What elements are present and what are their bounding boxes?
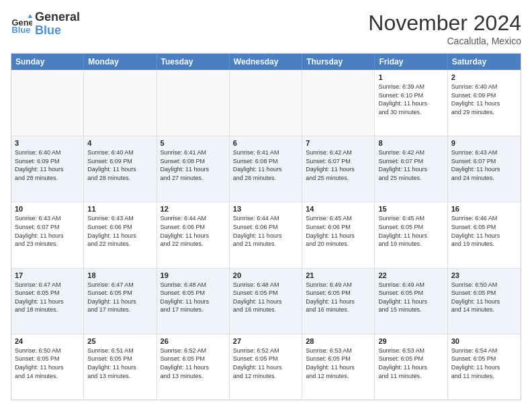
- day-info: Sunrise: 6:44 AM Sunset: 6:06 PM Dayligh…: [233, 214, 298, 248]
- day-cell-9: 9Sunrise: 6:43 AM Sunset: 6:07 PM Daylig…: [448, 136, 521, 201]
- day-number: 8: [378, 139, 443, 147]
- title-block: November 2024 Cacalutla, Mexico: [368, 11, 521, 46]
- day-number: 25: [87, 337, 152, 345]
- day-info: Sunrise: 6:40 AM Sunset: 6:09 PM Dayligh…: [87, 148, 152, 182]
- day-info: Sunrise: 6:49 AM Sunset: 6:05 PM Dayligh…: [306, 281, 371, 314]
- day-number: 13: [233, 205, 298, 213]
- day-number: 6: [233, 139, 298, 147]
- day-info: Sunrise: 6:43 AM Sunset: 6:07 PM Dayligh…: [15, 214, 80, 248]
- logo-blue: Blue: [35, 24, 80, 38]
- day-info: Sunrise: 6:54 AM Sunset: 6:05 PM Dayligh…: [451, 347, 517, 380]
- day-number: 15: [378, 205, 443, 213]
- day-number: 10: [15, 205, 80, 213]
- day-number: 7: [306, 139, 371, 147]
- header: General Blue General Blue November 2024 …: [11, 11, 521, 46]
- day-cell-10: 10Sunrise: 6:43 AM Sunset: 6:07 PM Dayli…: [11, 202, 84, 267]
- day-cell-17: 17Sunrise: 6:47 AM Sunset: 6:05 PM Dayli…: [11, 269, 84, 334]
- empty-cell-0-2: [157, 71, 230, 136]
- day-cell-21: 21Sunrise: 6:49 AM Sunset: 6:05 PM Dayli…: [302, 269, 375, 334]
- calendar: SundayMondayTuesdayWednesdayThursdayFrid…: [11, 53, 521, 400]
- header-day-saturday: Saturday: [448, 54, 521, 70]
- day-info: Sunrise: 6:53 AM Sunset: 6:05 PM Dayligh…: [378, 347, 443, 380]
- day-cell-28: 28Sunrise: 6:53 AM Sunset: 6:05 PM Dayli…: [302, 334, 375, 400]
- day-cell-22: 22Sunrise: 6:49 AM Sunset: 6:05 PM Dayli…: [375, 269, 447, 334]
- calendar-row-3: 17Sunrise: 6:47 AM Sunset: 6:05 PM Dayli…: [11, 268, 521, 334]
- svg-text:Blue: Blue: [12, 25, 31, 35]
- day-info: Sunrise: 6:43 AM Sunset: 6:06 PM Dayligh…: [87, 214, 152, 248]
- day-number: 17: [15, 271, 80, 279]
- header-day-monday: Monday: [84, 54, 157, 70]
- day-number: 4: [87, 139, 152, 147]
- empty-cell-0-0: [11, 71, 84, 136]
- day-info: Sunrise: 6:45 AM Sunset: 6:05 PM Dayligh…: [378, 214, 443, 248]
- day-info: Sunrise: 6:52 AM Sunset: 6:05 PM Dayligh…: [161, 347, 226, 380]
- day-info: Sunrise: 6:41 AM Sunset: 6:08 PM Dayligh…: [233, 148, 298, 182]
- day-info: Sunrise: 6:47 AM Sunset: 6:05 PM Dayligh…: [87, 281, 152, 314]
- logo-icon: General Blue: [11, 13, 32, 35]
- day-cell-4: 4Sunrise: 6:40 AM Sunset: 6:09 PM Daylig…: [84, 136, 157, 201]
- day-info: Sunrise: 6:39 AM Sunset: 6:10 PM Dayligh…: [378, 83, 443, 116]
- day-cell-18: 18Sunrise: 6:47 AM Sunset: 6:05 PM Dayli…: [84, 269, 157, 334]
- day-cell-14: 14Sunrise: 6:45 AM Sunset: 6:06 PM Dayli…: [302, 202, 375, 267]
- day-number: 30: [451, 337, 517, 345]
- header-day-wednesday: Wednesday: [230, 54, 302, 70]
- day-info: Sunrise: 6:41 AM Sunset: 6:08 PM Dayligh…: [161, 148, 226, 182]
- calendar-row-2: 10Sunrise: 6:43 AM Sunset: 6:07 PM Dayli…: [11, 201, 521, 267]
- day-cell-1: 1Sunrise: 6:39 AM Sunset: 6:10 PM Daylig…: [375, 71, 447, 136]
- day-number: 24: [15, 337, 80, 345]
- calendar-row-1: 3Sunrise: 6:40 AM Sunset: 6:09 PM Daylig…: [11, 136, 521, 201]
- day-info: Sunrise: 6:42 AM Sunset: 6:07 PM Dayligh…: [378, 148, 443, 182]
- day-info: Sunrise: 6:50 AM Sunset: 6:05 PM Dayligh…: [451, 281, 517, 314]
- day-number: 9: [451, 139, 517, 147]
- header-day-sunday: Sunday: [11, 54, 84, 70]
- day-cell-29: 29Sunrise: 6:53 AM Sunset: 6:05 PM Dayli…: [375, 334, 447, 400]
- header-day-tuesday: Tuesday: [157, 54, 230, 70]
- logo: General Blue General Blue: [11, 11, 80, 38]
- day-number: 26: [161, 337, 226, 345]
- day-cell-23: 23Sunrise: 6:50 AM Sunset: 6:05 PM Dayli…: [448, 269, 521, 334]
- day-number: 12: [161, 205, 226, 213]
- day-cell-27: 27Sunrise: 6:52 AM Sunset: 6:05 PM Dayli…: [230, 334, 302, 400]
- day-number: 20: [233, 271, 298, 279]
- day-info: Sunrise: 6:40 AM Sunset: 6:09 PM Dayligh…: [15, 148, 80, 182]
- calendar-row-4: 24Sunrise: 6:50 AM Sunset: 6:05 PM Dayli…: [11, 334, 521, 400]
- day-number: 18: [87, 271, 152, 279]
- calendar-row-0: 1Sunrise: 6:39 AM Sunset: 6:10 PM Daylig…: [11, 70, 521, 136]
- logo-text: General Blue: [35, 11, 80, 38]
- day-cell-12: 12Sunrise: 6:44 AM Sunset: 6:06 PM Dayli…: [157, 202, 230, 267]
- day-info: Sunrise: 6:40 AM Sunset: 6:09 PM Dayligh…: [451, 83, 517, 116]
- calendar-body: 1Sunrise: 6:39 AM Sunset: 6:10 PM Daylig…: [11, 70, 521, 400]
- day-info: Sunrise: 6:42 AM Sunset: 6:07 PM Dayligh…: [306, 148, 371, 182]
- day-cell-7: 7Sunrise: 6:42 AM Sunset: 6:07 PM Daylig…: [302, 136, 375, 201]
- day-number: 3: [15, 139, 80, 147]
- day-number: 22: [378, 271, 443, 279]
- day-number: 29: [378, 337, 443, 345]
- day-number: 28: [306, 337, 371, 345]
- day-info: Sunrise: 6:48 AM Sunset: 6:05 PM Dayligh…: [161, 281, 226, 314]
- day-number: 21: [306, 271, 371, 279]
- empty-cell-0-3: [230, 71, 302, 136]
- location: Cacalutla, Mexico: [368, 36, 521, 46]
- day-number: 2: [451, 73, 517, 81]
- svg-marker-3: [28, 14, 32, 17]
- day-cell-13: 13Sunrise: 6:44 AM Sunset: 6:06 PM Dayli…: [230, 202, 302, 267]
- day-info: Sunrise: 6:52 AM Sunset: 6:05 PM Dayligh…: [233, 347, 298, 380]
- day-number: 23: [451, 271, 517, 279]
- header-day-friday: Friday: [375, 54, 447, 70]
- day-info: Sunrise: 6:47 AM Sunset: 6:05 PM Dayligh…: [15, 281, 80, 314]
- day-info: Sunrise: 6:46 AM Sunset: 6:05 PM Dayligh…: [451, 214, 517, 248]
- day-cell-16: 16Sunrise: 6:46 AM Sunset: 6:05 PM Dayli…: [448, 202, 521, 267]
- day-info: Sunrise: 6:51 AM Sunset: 6:05 PM Dayligh…: [87, 347, 152, 380]
- day-cell-24: 24Sunrise: 6:50 AM Sunset: 6:05 PM Dayli…: [11, 334, 84, 400]
- day-cell-5: 5Sunrise: 6:41 AM Sunset: 6:08 PM Daylig…: [157, 136, 230, 201]
- day-info: Sunrise: 6:53 AM Sunset: 6:05 PM Dayligh…: [306, 347, 371, 380]
- day-cell-3: 3Sunrise: 6:40 AM Sunset: 6:09 PM Daylig…: [11, 136, 84, 201]
- day-cell-19: 19Sunrise: 6:48 AM Sunset: 6:05 PM Dayli…: [157, 269, 230, 334]
- day-number: 5: [161, 139, 226, 147]
- day-info: Sunrise: 6:48 AM Sunset: 6:05 PM Dayligh…: [233, 281, 298, 314]
- day-number: 11: [87, 205, 152, 213]
- day-info: Sunrise: 6:43 AM Sunset: 6:07 PM Dayligh…: [451, 148, 517, 182]
- day-info: Sunrise: 6:44 AM Sunset: 6:06 PM Dayligh…: [161, 214, 226, 248]
- day-number: 16: [451, 205, 517, 213]
- day-cell-15: 15Sunrise: 6:45 AM Sunset: 6:05 PM Dayli…: [375, 202, 447, 267]
